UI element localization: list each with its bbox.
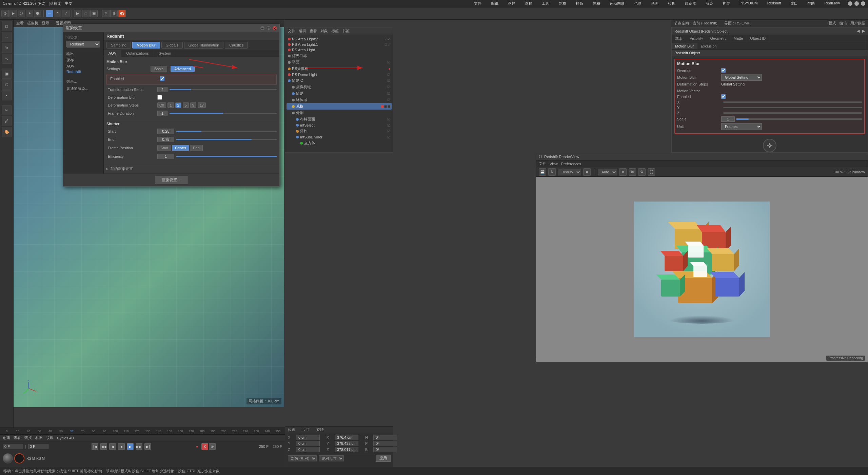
basic-btn[interactable]: Basic xyxy=(151,66,167,72)
menu-window[interactable]: 窗口 xyxy=(790,1,798,6)
size-x-input[interactable]: 376.4 cm xyxy=(335,435,358,440)
efficiency-input[interactable] xyxy=(157,154,174,159)
sidebar-point[interactable]: • xyxy=(2,90,12,100)
scene-item-lighttarget[interactable]: 灯光目标 xyxy=(287,53,392,59)
scene-item-rslight1[interactable]: RS Area Light:1 ☑✓ xyxy=(287,42,392,47)
current-frame-input[interactable] xyxy=(3,444,23,449)
h-view-tab[interactable]: 查看 xyxy=(310,28,317,34)
props-subtab-mb[interactable]: Motion Blur xyxy=(672,43,697,49)
tl-40[interactable]: 40 xyxy=(45,430,56,433)
menu-tracker[interactable]: 跟踪器 xyxy=(685,1,696,6)
dialog-close[interactable]: ✕ xyxy=(273,26,277,30)
tl-170[interactable]: 170 xyxy=(186,430,197,433)
bt-cycles[interactable]: Cycles 4D xyxy=(57,436,74,440)
tab-motion-blur[interactable]: Motion Blur xyxy=(132,42,160,49)
tab-sampling[interactable]: Sampling xyxy=(106,42,131,49)
tl-200[interactable]: 200 xyxy=(218,430,229,433)
apply-btn[interactable]: 应用 xyxy=(376,455,391,462)
step-off[interactable]: Off xyxy=(157,102,166,108)
scene-item-easy[interactable]: 简易 ☑ xyxy=(287,90,392,97)
tl-120[interactable]: 120 xyxy=(132,430,142,433)
userdata-tab[interactable]: 用户数据 xyxy=(850,21,865,26)
bt-texture[interactable]: 纹理 xyxy=(46,435,54,440)
tl-130[interactable]: 130 xyxy=(142,430,153,433)
scene-item-rslight[interactable]: RS Area Light xyxy=(287,47,392,53)
props-subtab-exclusion[interactable]: Exclusion xyxy=(697,43,720,49)
tl-80[interactable]: 80 xyxy=(88,430,99,433)
rv-full-btn[interactable]: ⛶ xyxy=(648,168,655,176)
menu-file[interactable]: 文件 xyxy=(474,1,481,6)
coord-type-select[interactable]: 对象 (相对) xyxy=(288,455,317,461)
edit-tab[interactable]: 编辑 xyxy=(840,21,847,26)
sidebar-edge[interactable]: ⬡ xyxy=(2,79,12,90)
h-file-tab[interactable]: 文件 xyxy=(288,28,295,34)
props-nav-back[interactable]: ◀ xyxy=(857,29,860,33)
fp-center[interactable]: Center xyxy=(172,145,189,151)
menu-insydium[interactable]: INSYDIUM xyxy=(739,1,758,6)
mv-y-slider[interactable] xyxy=(723,107,862,108)
scene-item-cube[interactable]: 立方体 xyxy=(287,140,392,146)
my-settings-label[interactable]: 我的渲染设置 xyxy=(111,166,133,171)
sidebar-knife[interactable]: ✂ xyxy=(2,105,12,115)
rv-beauty-select[interactable]: Beauty xyxy=(558,169,581,175)
toolbar-icon-1[interactable]: ⊙ xyxy=(1,10,9,17)
viewport-display-menu[interactable]: 显示 xyxy=(42,21,49,26)
efficiency-slider[interactable] xyxy=(176,156,277,157)
rv-auto-select[interactable]: Auto xyxy=(598,169,617,175)
tl-250[interactable]: 250 xyxy=(273,430,283,433)
step-9[interactable]: 9 xyxy=(190,102,196,108)
bt-find[interactable]: 查找 xyxy=(24,435,32,440)
menu-realflow[interactable]: RealFlow xyxy=(824,1,840,6)
close-button[interactable] xyxy=(861,1,865,6)
toolbar-icon-5[interactable]: ⬢ xyxy=(34,10,41,17)
menu-extensions[interactable]: 扩展 xyxy=(723,1,730,6)
menu-edit[interactable]: 编辑 xyxy=(491,1,498,6)
scene-item-mtselect[interactable]: mtSelect ☑ xyxy=(287,122,392,128)
subtab-aov[interactable]: AOV xyxy=(104,50,121,57)
size-type-select[interactable]: 绝对尺寸 xyxy=(319,455,344,461)
redshift-item[interactable]: Redshift xyxy=(64,69,102,74)
rot-h-input[interactable]: 0° xyxy=(373,435,397,440)
mv-unit-select[interactable]: Frames xyxy=(721,123,762,130)
size-z-input[interactable]: 378.017 cm xyxy=(335,447,358,452)
dialog-maximize[interactable]: □ xyxy=(267,26,271,30)
scene-item-split[interactable]: 分割 xyxy=(287,110,392,116)
sidebar-paint[interactable]: 🎨 xyxy=(2,127,12,137)
goto-end[interactable]: ▶| xyxy=(144,443,151,450)
scene-item-rscamera[interactable]: RS摄像机 ● xyxy=(287,65,392,72)
tl-190[interactable]: 190 xyxy=(208,430,218,433)
snap-btn[interactable]: ⊕ xyxy=(110,10,118,17)
maximize-button[interactable] xyxy=(854,1,859,6)
props-tab-geometry[interactable]: Geometry xyxy=(707,35,730,43)
menu-tools[interactable]: 工具 xyxy=(542,1,549,6)
menu-mograph[interactable]: 运动图形 xyxy=(610,1,625,6)
renderer-select[interactable]: Redshift xyxy=(66,41,100,48)
props-tab-matte[interactable]: Matte xyxy=(730,35,747,43)
frame-duration-input[interactable] xyxy=(157,111,167,116)
tl-50[interactable]: 50 xyxy=(56,430,66,433)
h-edit-tab[interactable]: 编辑 xyxy=(299,28,306,34)
rot-p-input[interactable]: 0° xyxy=(373,441,397,446)
sidebar-move[interactable]: ↔ xyxy=(2,32,12,42)
rv-file[interactable]: 文件 xyxy=(539,161,546,166)
current-frame-input2[interactable] xyxy=(28,444,48,449)
keyframe-btn[interactable]: K xyxy=(201,443,208,450)
tl-10[interactable]: 10 xyxy=(12,430,23,433)
tl-140[interactable]: 140 xyxy=(153,430,164,433)
rv-view[interactable]: View xyxy=(550,162,558,166)
bt-view[interactable]: 查看 xyxy=(14,435,21,440)
loop-btn[interactable]: ⟳ xyxy=(209,443,216,450)
aov-item[interactable]: AOV xyxy=(64,63,102,69)
tl-110[interactable]: 110 xyxy=(121,430,132,433)
tl-210[interactable]: 210 xyxy=(229,430,240,433)
sidebar-poly[interactable]: ▣ xyxy=(2,69,12,79)
mv-x-slider[interactable] xyxy=(723,101,862,103)
menu-simulate[interactable]: 模拟 xyxy=(668,1,675,6)
step-2[interactable]: 2 xyxy=(175,102,181,108)
viewport-view-menu[interactable]: 查看 xyxy=(16,21,24,26)
step-1[interactable]: 1 xyxy=(167,102,174,108)
rotate-tool[interactable]: ↻ xyxy=(54,10,61,17)
tl-230[interactable]: 230 xyxy=(251,430,262,433)
props-tab-objectid[interactable]: Object ID xyxy=(747,35,769,43)
mat-slot-2[interactable] xyxy=(14,453,24,463)
